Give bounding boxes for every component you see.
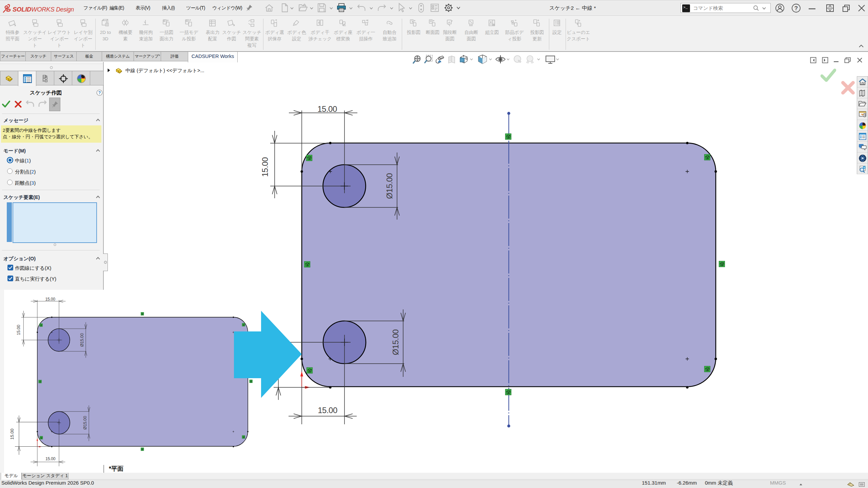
svg-text:SOLIDWORKS Design: SOLIDWORKS Design <box>13 6 74 13</box>
svg-text:15.00: 15.00 <box>9 429 15 440</box>
svg-text:?: ? <box>794 5 798 12</box>
